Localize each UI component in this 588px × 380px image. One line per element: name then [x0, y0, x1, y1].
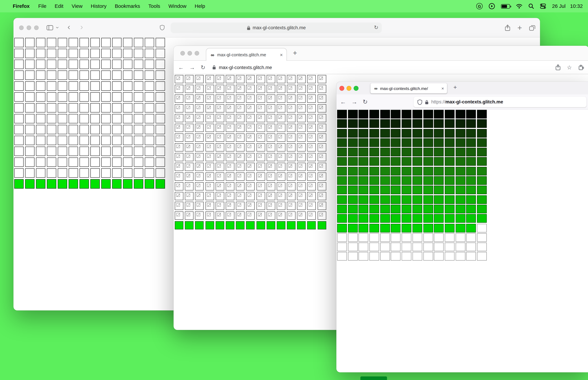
menu-item[interactable]: Window: [164, 3, 190, 9]
tab-overview-icon[interactable]: [529, 25, 535, 31]
tab-close-icon[interactable]: ×: [441, 86, 444, 91]
grid-cell: [266, 124, 275, 132]
address-bar[interactable]: https:// max-gl-contexts.glitch.me: [414, 97, 587, 107]
grid-cell: [359, 129, 368, 137]
address-bar[interactable]: max-gl-contexts.glitch.me ↻: [171, 22, 382, 33]
minimize-window-button[interactable]: [347, 86, 352, 91]
sidebar-toggle-icon[interactable]: [46, 25, 53, 30]
new-tab-button[interactable]: +: [517, 23, 522, 31]
tracking-shield-icon[interactable]: [417, 99, 422, 105]
grid-cell: [156, 147, 165, 156]
grid-row: [337, 186, 487, 194]
close-window-button[interactable]: [340, 86, 344, 91]
grid-row: [337, 214, 487, 223]
address-bar-url[interactable]: max-gl-contexts.glitch.me: [219, 65, 272, 70]
grid-cell: [380, 110, 390, 118]
new-tab-button[interactable]: +: [293, 49, 297, 57]
menu-item[interactable]: Bookmarks: [111, 3, 144, 9]
grid-cell: [348, 157, 358, 166]
minimize-window-button[interactable]: [188, 51, 192, 56]
close-window-button[interactable]: [180, 51, 185, 56]
back-button[interactable]: ←: [340, 98, 346, 105]
zoom-window-button[interactable]: [195, 51, 199, 56]
grid-cell: [287, 172, 296, 181]
grid-cell: [156, 92, 165, 102]
grid-row: [14, 92, 165, 102]
grid-cell: [348, 176, 358, 185]
menu-item[interactable]: View: [68, 3, 87, 9]
menu-item[interactable]: Edit: [51, 3, 68, 9]
grid-cell: [412, 195, 422, 204]
grid-cell: [297, 211, 306, 220]
play-circle-icon[interactable]: [489, 3, 495, 9]
grid-cell: [337, 167, 347, 175]
grid-cell: [195, 182, 204, 190]
firefox-tab[interactable]: ∞ max-gl-contexts.glitch.me/ ×: [371, 83, 447, 93]
control-center-icon[interactable]: [540, 3, 546, 9]
reload-button[interactable]: ↻: [201, 64, 205, 71]
forward-button[interactable]: ›: [80, 22, 83, 32]
grid-cell: [205, 124, 214, 132]
chevron-down-icon[interactable]: ›: [55, 27, 61, 28]
grid-cell: [236, 143, 245, 152]
back-button[interactable]: ‹: [68, 22, 70, 32]
lock-icon[interactable]: [425, 99, 429, 104]
grid-cell: [134, 168, 143, 178]
zoom-window-button[interactable]: [354, 86, 359, 91]
close-window-button[interactable]: [19, 25, 23, 30]
grid-cell: [277, 202, 285, 210]
forward-button[interactable]: →: [189, 64, 195, 70]
g-badge-icon[interactable]: G: [476, 3, 483, 9]
grid-cell: [79, 179, 89, 189]
active-app-name[interactable]: Firefox: [8, 3, 34, 9]
zoom-window-button[interactable]: [34, 25, 39, 30]
menu-bar-clock[interactable]: 26 Jul 10:32: [552, 3, 583, 9]
grid-cell: [307, 182, 316, 190]
menu-item[interactable]: File: [34, 3, 51, 9]
grid-cell: [359, 214, 368, 223]
broken-image-icon: [309, 135, 313, 138]
broken-image-icon: [278, 115, 282, 119]
menu-item[interactable]: Tools: [144, 3, 164, 9]
grid-cell: [477, 186, 487, 194]
chrome-tab[interactable]: ∞ max-gl-contexts.glitch.me ×: [206, 48, 287, 61]
lock-icon[interactable]: [212, 65, 216, 70]
share-icon[interactable]: [555, 64, 560, 70]
grid-cell: [205, 211, 214, 220]
forward-button[interactable]: →: [351, 98, 357, 105]
menu-item[interactable]: Help: [190, 3, 209, 9]
grid-cell: [36, 114, 45, 123]
broken-image-icon: [299, 86, 302, 90]
tab-close-icon[interactable]: ×: [280, 52, 283, 57]
grid-cell: [297, 172, 306, 181]
grid-cell: [90, 125, 100, 134]
new-tab-button[interactable]: +: [454, 84, 457, 91]
grid-cell: [25, 59, 35, 69]
spotlight-search-icon[interactable]: [529, 3, 534, 9]
grid-cell: [369, 167, 379, 175]
extensions-puzzle-icon[interactable]: [578, 64, 584, 70]
bookmark-star-icon[interactable]: ☆: [567, 64, 572, 71]
broken-image-icon: [197, 96, 200, 99]
reload-button[interactable]: ↻: [362, 98, 368, 105]
grid-cell: [112, 92, 121, 102]
grid-cell: [14, 114, 24, 123]
minimize-window-button[interactable]: [27, 25, 31, 30]
battery-icon[interactable]: [501, 4, 510, 8]
grid-cell: [256, 163, 265, 171]
menu-item[interactable]: History: [87, 3, 111, 9]
broken-image-icon: [247, 145, 251, 148]
grid-cell: [477, 205, 487, 213]
grid-cell: [287, 221, 296, 229]
chrome-tab-strip: ∞ max-gl-contexts.glitch.me × +: [173, 46, 588, 61]
grid-cell: [25, 114, 35, 123]
back-button[interactable]: ←: [178, 64, 184, 70]
reload-button[interactable]: ↻: [374, 24, 379, 30]
privacy-shield-icon[interactable]: [160, 25, 165, 30]
grid-cell: [236, 104, 245, 113]
broken-image-icon: [187, 213, 190, 216]
share-icon[interactable]: [505, 24, 510, 31]
broken-image-icon: [288, 135, 292, 138]
grid-cell: [256, 202, 265, 210]
wifi-icon[interactable]: [516, 4, 522, 9]
